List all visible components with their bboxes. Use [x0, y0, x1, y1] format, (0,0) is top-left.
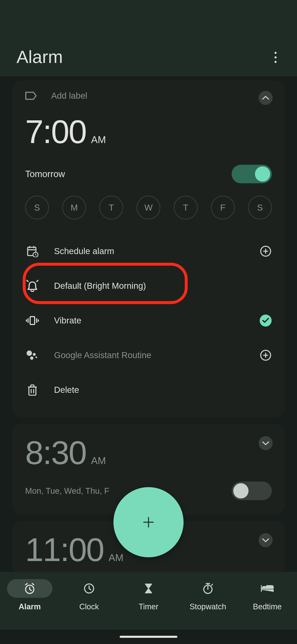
alarm-schedule-text: Tomorrow: [25, 169, 65, 179]
assistant-icon: [25, 350, 40, 360]
chevron-up-icon: [262, 96, 269, 100]
alarm-bell-icon: [25, 280, 40, 292]
day-sun[interactable]: S: [25, 196, 49, 220]
svg-point-15: [30, 356, 33, 360]
nav-alarm[interactable]: Alarm: [0, 579, 59, 611]
nav-stopwatch[interactable]: Stopwatch: [178, 579, 238, 611]
svg-point-13: [27, 350, 32, 356]
day-fri[interactable]: F: [211, 196, 235, 220]
schedule-alarm-row[interactable]: Schedule alarm: [25, 234, 272, 268]
trash-icon: [25, 384, 40, 396]
alarm-enable-toggle[interactable]: [232, 482, 272, 500]
nav-bedtime-label: Bedtime: [253, 602, 282, 611]
delete-label: Delete: [54, 385, 272, 395]
alarm-time-value: 7:00: [25, 115, 86, 148]
vibrate-label: Vibrate: [54, 316, 245, 326]
alarm-ampm: AM: [91, 134, 106, 145]
day-mon[interactable]: M: [62, 196, 86, 220]
page-title: Alarm: [16, 47, 63, 67]
alarm-enable-toggle[interactable]: [232, 165, 272, 183]
assistant-label: Google Assistant Routine: [54, 350, 245, 360]
alarm-ampm: AM: [91, 455, 106, 466]
alarm-time-value: 11:00: [25, 533, 103, 566]
hourglass-icon: [126, 579, 171, 598]
alarm-card-expanded: Add label 7:00 AM Tomorrow S M T W T F S: [12, 80, 285, 418]
collapse-button[interactable]: [259, 91, 273, 105]
label-icon: [25, 92, 37, 100]
alarm-label-placeholder: Add label: [51, 91, 87, 101]
day-wed[interactable]: W: [137, 196, 160, 220]
nav-timer[interactable]: Timer: [119, 579, 178, 611]
alarm-sound-row[interactable]: Default (Bright Morning): [25, 268, 272, 303]
alarm-sound-label: Default (Bright Morning): [54, 281, 272, 291]
stopwatch-icon: [185, 579, 231, 598]
nav-stopwatch-label: Stopwatch: [190, 602, 226, 611]
calendar-clock-icon: [25, 245, 40, 257]
day-tue[interactable]: T: [99, 196, 123, 220]
nav-clock[interactable]: Clock: [59, 579, 119, 611]
alarm-schedule-text: Mon, Tue, Wed, Thu, F: [25, 486, 109, 496]
bottom-nav: Alarm Clock Timer Stopwatch Bedtime: [0, 572, 297, 630]
vibrate-icon: [25, 316, 40, 326]
assistant-add-button[interactable]: [260, 349, 272, 362]
nav-alarm-label: Alarm: [18, 602, 41, 611]
nav-timer-label: Timer: [139, 602, 158, 611]
more-options-button[interactable]: [271, 52, 281, 67]
svg-point-16: [35, 356, 37, 358]
alarm-time-value: 8:30: [25, 436, 86, 469]
schedule-alarm-label: Schedule alarm: [54, 246, 245, 256]
check-icon: [260, 314, 272, 326]
day-thu[interactable]: T: [174, 196, 198, 220]
clock-icon: [66, 579, 112, 598]
chevron-down-icon: [262, 441, 269, 446]
svg-point-14: [33, 353, 36, 356]
alarm-time[interactable]: 7:00 AM: [25, 115, 272, 148]
alarm-icon: [7, 579, 52, 598]
plus-circle-icon: [260, 246, 272, 257]
expand-button[interactable]: [259, 533, 273, 547]
assistant-row[interactable]: Google Assistant Routine: [25, 338, 272, 372]
home-indicator[interactable]: [120, 636, 177, 638]
svg-rect-8: [30, 317, 35, 324]
bed-icon: [245, 579, 290, 598]
plus-circle-icon: [260, 350, 272, 361]
svg-line-31: [212, 584, 212, 585]
app-header: Alarm: [0, 0, 297, 76]
schedule-add-button[interactable]: [260, 245, 272, 258]
vibrate-row[interactable]: Vibrate: [25, 303, 272, 338]
day-sat[interactable]: S: [248, 196, 272, 220]
vibrate-check: [260, 314, 272, 327]
delete-row[interactable]: Delete: [25, 372, 272, 407]
day-picker: S M T W T F S: [25, 196, 272, 220]
alarm-label-row[interactable]: Add label: [25, 91, 272, 101]
plus-icon: [141, 515, 156, 530]
expand-button[interactable]: [259, 436, 273, 450]
nav-bedtime[interactable]: Bedtime: [238, 579, 297, 611]
chevron-down-icon: [262, 538, 269, 542]
alarm-ampm: AM: [108, 552, 123, 563]
add-alarm-button[interactable]: [113, 487, 184, 557]
nav-clock-label: Clock: [79, 602, 99, 611]
